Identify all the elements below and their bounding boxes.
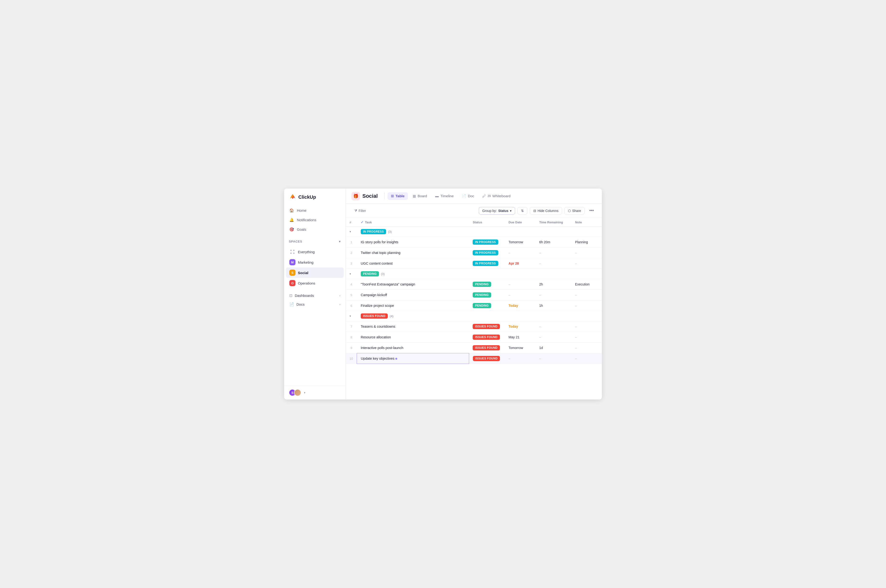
table-row[interactable]: 10 Update key objectives ISSUES FOUND – … bbox=[346, 353, 602, 364]
due-date-cell[interactable]: – bbox=[505, 279, 535, 290]
time-remaining-cell[interactable]: 1h bbox=[536, 300, 571, 311]
status-cell[interactable]: ISSUES FOUND bbox=[469, 332, 505, 343]
due-date-cell[interactable]: May 21 bbox=[505, 332, 535, 343]
time-remaining-cell[interactable]: – bbox=[536, 332, 571, 343]
table-row[interactable]: 5 Campaign kickoff PENDING – – – bbox=[346, 290, 602, 300]
table-row[interactable]: 1 IG story polls for insights IN PROGRES… bbox=[346, 237, 602, 248]
time-remaining-cell[interactable]: – bbox=[536, 353, 571, 364]
col-time-remaining[interactable]: Time Remaining bbox=[536, 218, 571, 226]
note-cell[interactable]: Execution bbox=[571, 279, 602, 290]
col-status[interactable]: Status bbox=[469, 218, 505, 226]
sidebar-item-notifications[interactable]: 🔔 Notifications bbox=[286, 215, 344, 225]
due-date-cell[interactable]: – bbox=[505, 248, 535, 258]
status-cell[interactable]: IN PROGRESS bbox=[469, 248, 505, 258]
user-profile[interactable]: S ▾ bbox=[284, 386, 345, 399]
time-remaining-cell[interactable]: – bbox=[536, 290, 571, 300]
tab-doc[interactable]: 📄 Doc bbox=[458, 192, 478, 200]
time-remaining-cell[interactable]: 2h bbox=[536, 279, 571, 290]
group-collapse-button[interactable]: ▾ bbox=[350, 272, 351, 276]
task-cell[interactable]: Campaign kickoff bbox=[357, 290, 469, 300]
hide-columns-button[interactable]: ⊟ Hide Columns bbox=[530, 207, 562, 214]
task-cell[interactable]: Finalize project scope bbox=[357, 300, 469, 311]
more-options-button[interactable]: ••• bbox=[587, 207, 596, 215]
col-note[interactable]: Note bbox=[571, 218, 602, 226]
note-cell[interactable]: – bbox=[571, 343, 602, 353]
spaces-header[interactable]: Spaces ▾ bbox=[289, 239, 341, 244]
time-remaining-cell[interactable]: 6h 20m bbox=[536, 237, 571, 248]
status-cell[interactable]: IN PROGRESS bbox=[469, 237, 505, 248]
table-row[interactable]: 6 Finalize project scope PENDING Today 1… bbox=[346, 300, 602, 311]
note-cell[interactable]: – bbox=[571, 248, 602, 258]
status-cell[interactable]: PENDING bbox=[469, 300, 505, 311]
task-cell[interactable]: Update key objectives bbox=[357, 353, 469, 364]
sidebar-item-social[interactable]: S Social bbox=[286, 267, 344, 278]
note-cell[interactable]: – bbox=[571, 300, 602, 311]
group-collapse-cell[interactable]: ▾ bbox=[346, 311, 357, 321]
note-cell[interactable]: – bbox=[571, 332, 602, 343]
tasks-table: # ✓ Task Status Due Date Time Remaining … bbox=[346, 218, 602, 364]
tab-table[interactable]: ⊞ Table bbox=[387, 192, 408, 200]
status-cell[interactable]: ISSUES FOUND bbox=[469, 353, 505, 364]
table-row[interactable]: 8 Resource allocation ISSUES FOUND May 2… bbox=[346, 332, 602, 343]
note-cell[interactable]: Planning bbox=[571, 237, 602, 248]
task-cell[interactable]: IG story polls for insights bbox=[357, 237, 469, 248]
group-collapse-cell[interactable]: ▾ bbox=[346, 269, 357, 279]
sidebar-item-goals[interactable]: 🎯 Goals bbox=[286, 225, 344, 234]
sidebar-item-dashboards[interactable]: ⊡ Dashboards › bbox=[286, 291, 344, 300]
table-row[interactable]: 2 Twitter chat topic planning IN PROGRES… bbox=[346, 248, 602, 258]
status-cell[interactable]: IN PROGRESS bbox=[469, 258, 505, 269]
due-date-cell[interactable]: – bbox=[505, 353, 535, 364]
note-cell[interactable]: – bbox=[571, 321, 602, 332]
sidebar-item-home[interactable]: 🏠 Home bbox=[286, 206, 344, 215]
task-cell[interactable]: Interactive polls post-launch bbox=[357, 343, 469, 353]
time-remaining-cell[interactable]: 1d bbox=[536, 343, 571, 353]
col-task[interactable]: ✓ Task bbox=[357, 218, 469, 226]
tab-whiteboard[interactable]: 🖊 29 Whiteboard bbox=[479, 192, 514, 200]
col-due-date[interactable]: Due Date bbox=[505, 218, 535, 226]
due-date-value: Today bbox=[508, 325, 518, 328]
time-remaining-cell[interactable]: – bbox=[536, 258, 571, 269]
sidebar-item-docs[interactable]: 📄 Docs › bbox=[286, 300, 344, 309]
sort-button[interactable]: ⇅ bbox=[518, 207, 527, 214]
sidebar-item-operations[interactable]: O Operations bbox=[286, 278, 344, 288]
table-row[interactable]: 7 Teasers & countdowns ISSUES FOUND Toda… bbox=[346, 321, 602, 332]
status-cell[interactable]: ISSUES FOUND bbox=[469, 321, 505, 332]
task-cell[interactable]: Teasers & countdowns bbox=[357, 321, 469, 332]
tab-timeline[interactable]: ▬ Timeline bbox=[432, 192, 457, 200]
task-cell[interactable]: Resource allocation bbox=[357, 332, 469, 343]
sidebar-item-everything[interactable]: Everything bbox=[286, 247, 344, 257]
table-row[interactable]: 9 Interactive polls post-launch ISSUES F… bbox=[346, 343, 602, 353]
due-date-cell[interactable]: – bbox=[505, 290, 535, 300]
note-cell[interactable]: – bbox=[571, 290, 602, 300]
status-cell[interactable]: PENDING bbox=[469, 290, 505, 300]
tab-board[interactable]: ▦ Board bbox=[409, 192, 430, 200]
due-date-cell[interactable]: Tomorrow bbox=[505, 343, 535, 353]
group-collapse-button[interactable]: ▾ bbox=[350, 230, 351, 233]
filter-icon: ⧩ bbox=[354, 208, 357, 213]
row-number: 9 bbox=[346, 343, 357, 353]
sidebar-item-marketing[interactable]: M Marketing bbox=[286, 257, 344, 267]
task-cell[interactable]: UGC content contest bbox=[357, 258, 469, 269]
filter-button[interactable]: ⧩ Filter bbox=[351, 207, 369, 214]
due-date-cell[interactable]: Today bbox=[505, 300, 535, 311]
due-date-cell[interactable]: Today bbox=[505, 321, 535, 332]
time-remaining-cell[interactable]: – bbox=[536, 248, 571, 258]
logo[interactable]: ClickUp bbox=[284, 189, 345, 205]
due-date-cell[interactable]: Apr 28 bbox=[505, 258, 535, 269]
group-by-button[interactable]: Group by: Status ▾ bbox=[479, 207, 515, 214]
group-collapse-cell[interactable]: ▾ bbox=[346, 226, 357, 237]
table-row[interactable]: 3 UGC content contest IN PROGRESS Apr 28… bbox=[346, 258, 602, 269]
time-remaining-cell[interactable]: – bbox=[536, 321, 571, 332]
note-cell[interactable]: – bbox=[571, 353, 602, 364]
group-collapse-button[interactable]: ▾ bbox=[350, 314, 351, 318]
task-cell[interactable]: "ToonFest Extravaganza" campaign bbox=[357, 279, 469, 290]
status-cell[interactable]: ISSUES FOUND bbox=[469, 343, 505, 353]
due-date-cell[interactable]: Tomorrow bbox=[505, 237, 535, 248]
time-value: – bbox=[539, 293, 541, 297]
note-cell[interactable]: – bbox=[571, 258, 602, 269]
resize-handle[interactable] bbox=[395, 358, 397, 360]
status-cell[interactable]: PENDING bbox=[469, 279, 505, 290]
share-button[interactable]: ⬡ Share bbox=[565, 207, 584, 214]
task-cell[interactable]: Twitter chat topic planning bbox=[357, 248, 469, 258]
table-row[interactable]: 4 "ToonFest Extravaganza" campaign PENDI… bbox=[346, 279, 602, 290]
